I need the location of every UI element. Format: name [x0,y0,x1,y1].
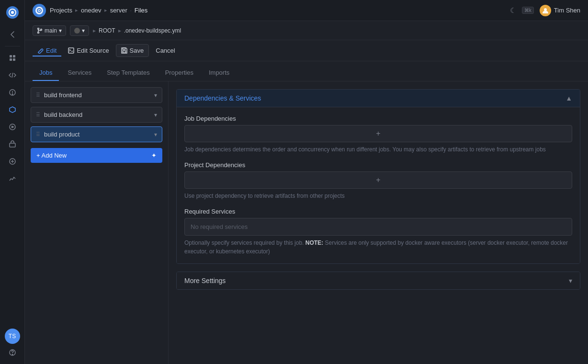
services-desc-pre: Optionally specify services required by … [184,239,305,246]
commit-circle-icon [74,28,80,34]
drag-handle-icon[interactable]: ⠿ [36,92,40,99]
drag-handle-icon-2[interactable]: ⠿ [36,112,40,118]
job-name-build-backend: build backend [44,111,82,118]
job-panel: ⠿ build frontend ▾ ⠿ build backend ▾ [25,81,169,364]
tab-jobs[interactable]: Jobs [33,65,59,81]
cancel-button[interactable]: Cancel [151,45,180,57]
breadcrumb-server[interactable]: server [110,7,127,14]
tab-imports[interactable]: Imports [202,65,236,81]
package-icon[interactable] [5,136,20,152]
sidebar-logo[interactable] [4,4,21,21]
deploy-icon[interactable] [5,154,20,169]
required-services-desc: Optionally specify services required by … [184,239,572,256]
save-button[interactable]: Save [116,44,149,57]
code-icon[interactable] [5,68,20,83]
add-job-dependency-button[interactable]: + [184,125,572,142]
user-avatar[interactable]: TS [5,329,20,344]
edit-source-button[interactable]: Edit Source [63,45,113,57]
svg-rect-6 [13,58,15,61]
required-services-label: Required Services [184,208,572,215]
issue-icon[interactable] [5,85,20,100]
job-chevron-icon-3[interactable]: ▾ [154,131,157,138]
commit-selector[interactable]: ▾ [70,25,89,36]
section-collapse-icon[interactable]: ▲ [565,94,572,102]
add-new-button[interactable]: + Add New ✦ [31,148,162,163]
add-new-magic-icon: ✦ [151,152,157,159]
job-name-build-product: build product [44,131,79,138]
edit-label: Edit [46,47,57,54]
collapse-icon[interactable] [5,27,20,42]
app-logo[interactable] [33,4,46,17]
branch-selector[interactable]: main ▾ [33,25,66,36]
job-dependencies-field: Job Dependencies + Job dependencies dete… [184,115,572,154]
user-name: Tim Shen [554,7,580,14]
breadcrumb-sep-3: · [130,8,132,13]
file-path: ▸ ROOT ▸ .onedev-buildspec.yml [93,27,181,34]
breadcrumb-files: Files [135,7,147,14]
save-label: Save [130,47,144,54]
required-services-field: Required Services No required services O… [184,208,572,256]
job-item-left: ⠿ build frontend [36,91,82,99]
chart-icon[interactable] [5,171,20,186]
breadcrumb-sep-2: ▸ [104,7,107,13]
file-path-sep2: ▸ [118,27,121,34]
build-icon[interactable] [5,102,20,117]
main-area: Projects ▸ onedev ▸ server · Files ☾ ⌘k … [25,0,588,364]
tab-services[interactable]: Services [61,65,98,81]
breadcrumb: Projects ▸ onedev ▸ server · Files [50,7,147,14]
svg-point-21 [38,28,39,29]
editor-area: ⠿ build frontend ▾ ⠿ build backend ▾ [25,81,588,364]
dashboard-icon[interactable] [5,50,20,66]
svg-point-22 [38,32,39,33]
add-icon: + [376,129,380,138]
more-settings-section: More Settings ▾ [176,272,580,290]
section-header[interactable]: Dependencies & Services ▲ [177,90,580,107]
svg-point-19 [39,10,40,11]
svg-point-16 [12,354,13,355]
edit-source-label: Edit Source [77,47,109,54]
job-item-left-2: ⠿ build backend [36,111,82,118]
job-chevron-icon-2[interactable]: ▾ [154,112,157,118]
job-item-build-product[interactable]: ⠿ build product ▾ [31,126,162,142]
add-icon-2: + [376,176,380,184]
more-settings-header[interactable]: More Settings ▾ [177,272,580,289]
services-note-label: NOTE: [305,239,323,246]
branch-name: main [45,27,57,34]
edit-button[interactable]: Edit [33,45,61,57]
file-bar: main ▾ ▾ ▸ ROOT ▸ .onedev-buildspec.yml [25,21,588,40]
section-title: Dependencies & Services [184,94,261,102]
svg-marker-10 [10,107,15,113]
add-project-dependency-button[interactable]: + [184,171,572,189]
topnav-right: ☾ ⌘k Tim Shen [510,5,580,16]
user-avatar-icon[interactable]: TS [5,328,20,343]
tab-properties[interactable]: Properties [158,65,200,81]
user-avatar [540,5,551,16]
svg-rect-13 [10,143,15,147]
drag-handle-icon-3[interactable]: ⠿ [36,131,40,138]
topnav: Projects ▸ onedev ▸ server · Files ☾ ⌘k … [25,0,588,21]
commit-chevron-icon: ▾ [82,27,85,34]
svg-point-2 [11,11,14,14]
file-name: .onedev-buildspec.yml [124,27,181,34]
cancel-label: Cancel [156,47,175,54]
job-item-build-frontend[interactable]: ⠿ build frontend ▾ [31,87,162,103]
project-dependencies-label: Project Dependencies [184,161,572,169]
dependencies-section: Dependencies & Services ▲ Job Dependenci… [176,89,580,264]
play-icon[interactable] [5,119,20,135]
job-item-left-3: ⠿ build product [36,131,79,138]
breadcrumb-projects[interactable]: Projects [50,7,72,14]
sidebar-divider [5,46,20,46]
theme-toggle-icon[interactable]: ☾ [510,6,516,15]
more-settings-label: More Settings [184,277,226,284]
svg-point-9 [12,94,13,95]
job-item-build-backend[interactable]: ⠿ build backend ▾ [31,107,162,123]
project-dependencies-desc: Use project dependency to retrieve artif… [184,192,572,200]
svg-rect-25 [123,51,125,53]
help-icon[interactable] [5,345,20,360]
more-settings-collapse-icon[interactable]: ▾ [569,277,572,284]
user-menu[interactable]: Tim Shen [540,5,580,16]
tab-step-templates[interactable]: Step Templates [100,65,156,81]
breadcrumb-onedev[interactable]: onedev [81,7,102,14]
job-chevron-icon[interactable]: ▾ [154,92,157,99]
sidebar: TS [0,0,25,364]
